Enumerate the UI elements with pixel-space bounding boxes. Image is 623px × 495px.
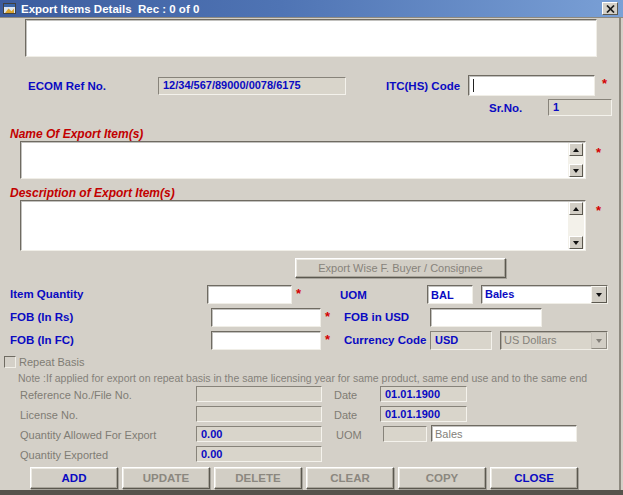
close-button[interactable]: CLOSE <box>490 467 578 489</box>
description-required-asterisk: * <box>596 203 601 218</box>
uom-combo[interactable]: Bales <box>481 285 608 304</box>
clear-button: CLEAR <box>306 467 394 489</box>
name-textarea-content <box>24 144 565 176</box>
scroll-up-icon[interactable] <box>569 143 583 156</box>
itc-hs-input[interactable] <box>468 75 595 96</box>
reference-no-field <box>196 386 322 402</box>
reference-no-label: Reference No./File No. <box>20 389 132 401</box>
fob-rs-required-asterisk: * <box>325 309 330 324</box>
license-no-label: License No. <box>20 409 78 421</box>
itc-hs-code-label: ITC(HS) Code <box>386 80 460 92</box>
description-scrollbar[interactable] <box>568 202 584 249</box>
window-border-bottom <box>0 490 623 495</box>
fob-usd-label: FOB in USD <box>344 311 409 323</box>
ecom-ref-label: ECOM Ref No. <box>28 80 106 92</box>
description-textarea-content <box>24 203 565 248</box>
license-date-field: 01.01.1900 <box>380 406 467 422</box>
qty-allowed-label: Quantity Allowed For Export <box>20 429 156 441</box>
itc-required-asterisk: * <box>602 76 607 91</box>
uom-bottom-code-field <box>383 426 427 442</box>
uom-code-input[interactable] <box>427 285 473 304</box>
currency-combo-dropdown-icon <box>591 332 607 349</box>
name-required-asterisk: * <box>596 145 601 160</box>
ecom-ref-field: 12/34/567/89000/0078/6175 <box>158 77 346 95</box>
add-button[interactable]: ADD <box>30 467 118 489</box>
qty-exported-field: 0.00 <box>196 446 322 462</box>
srno-label: Sr.No. <box>489 102 522 114</box>
fob-fc-label: FOB (In FC) <box>10 334 74 346</box>
item-quantity-input[interactable] <box>207 285 292 304</box>
export-wise-buyer-consignee-button: Export Wise F. Buyer / Consignee <box>295 258 506 278</box>
window-border-right <box>619 18 621 490</box>
titlebar: Export Items Details Rec : 0 of 0 <box>0 0 623 18</box>
scroll-up-icon[interactable] <box>569 202 583 215</box>
reference-date-label: Date <box>334 389 357 401</box>
app-icon[interactable] <box>3 2 16 15</box>
name-textarea[interactable] <box>20 141 586 179</box>
fob-usd-input[interactable] <box>430 308 542 327</box>
description-label: Description of Export Item(s) <box>10 186 175 200</box>
currency-code-label: Currency Code <box>344 334 426 346</box>
item-quantity-required-asterisk: * <box>296 286 301 301</box>
uom-label: UOM <box>340 289 367 301</box>
delete-button: DELETE <box>214 467 302 489</box>
fob-fc-input[interactable] <box>211 331 321 350</box>
repeat-basis-checkbox <box>4 356 16 368</box>
name-of-export-label: Name Of Export Item(s) <box>10 127 143 141</box>
currency-combo: US Dollars <box>500 331 608 350</box>
text-caret <box>473 79 474 92</box>
description-textarea[interactable] <box>20 200 586 251</box>
repeat-basis-note: Note :If applied for export on repeat ba… <box>18 372 618 384</box>
qty-allowed-field: 0.00 <box>196 426 322 442</box>
close-icon[interactable] <box>602 2 618 15</box>
currency-combo-value: US Dollars <box>501 332 591 349</box>
update-button: UPDATE <box>122 467 210 489</box>
reference-date-field: 01.01.1900 <box>380 386 467 402</box>
scroll-down-icon[interactable] <box>569 164 583 177</box>
uom-combo-dropdown-icon[interactable] <box>591 286 607 303</box>
qty-exported-label: Quantity Exported <box>20 449 108 461</box>
uom-bottom-label: UOM <box>336 429 362 441</box>
currency-code-field: USD <box>430 331 492 350</box>
fob-rs-input[interactable] <box>211 308 321 327</box>
license-no-field <box>196 406 322 422</box>
header-textbox[interactable] <box>25 19 597 57</box>
srno-field: 1 <box>548 99 612 116</box>
fob-fc-required-asterisk: * <box>325 332 330 347</box>
uom-combo-value: Bales <box>482 286 591 303</box>
copy-button: COPY <box>398 467 486 489</box>
license-date-label: Date <box>334 409 357 421</box>
repeat-basis-label: Repeat Basis <box>19 356 84 368</box>
window-title: Export Items Details Rec : 0 of 0 <box>21 3 199 15</box>
export-items-details-window: Export Items Details Rec : 0 of 0 ECOM R… <box>0 0 623 495</box>
name-scrollbar[interactable] <box>568 143 584 177</box>
item-quantity-label: Item Quantity <box>10 288 83 300</box>
scroll-down-icon[interactable] <box>569 236 583 249</box>
fob-rs-label: FOB (In Rs) <box>10 311 73 323</box>
uom-bottom-name-field[interactable] <box>431 425 577 442</box>
